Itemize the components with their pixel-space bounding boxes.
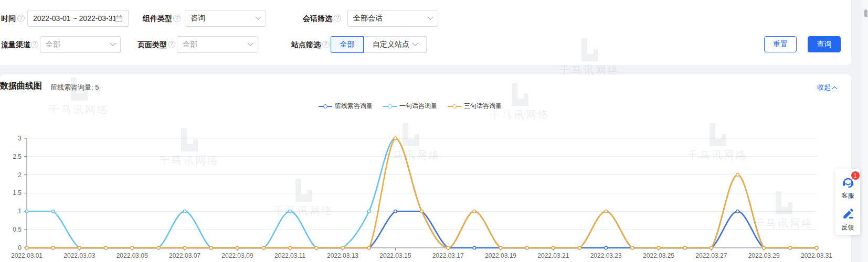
- data-point-marker[interactable]: [25, 246, 28, 249]
- time-help-icon[interactable]: [17, 15, 25, 22]
- data-point-marker[interactable]: [552, 246, 555, 249]
- data-point-marker[interactable]: [473, 246, 476, 249]
- legend-item[interactable]: 一句话咨询量: [383, 102, 437, 111]
- vertical-scrollbar[interactable]: [863, 0, 868, 262]
- data-point-marker[interactable]: [341, 246, 344, 249]
- collapse-link[interactable]: 收起: [817, 83, 838, 92]
- data-point-marker[interactable]: [736, 210, 739, 213]
- data-point-marker[interactable]: [51, 246, 55, 249]
- data-point-marker[interactable]: [789, 246, 792, 249]
- legend-marker-icon: [319, 104, 332, 108]
- data-point-marker[interactable]: [367, 210, 371, 213]
- session-filter-label: 会话筛选: [303, 14, 332, 23]
- data-point-marker[interactable]: [157, 246, 160, 249]
- collapse-label: 收起: [817, 83, 831, 91]
- data-point-marker[interactable]: [710, 246, 713, 249]
- x-axis-tick-label: 2022.03.29: [748, 252, 780, 259]
- legend-label: 留线索咨询量: [335, 102, 373, 111]
- y-axis-tick-label: 1.5: [13, 189, 22, 196]
- data-point-marker[interactable]: [367, 246, 371, 249]
- data-point-marker[interactable]: [131, 246, 134, 249]
- traffic-channel-select[interactable]: 全部: [40, 36, 121, 53]
- session-filter-help-icon[interactable]: [334, 15, 341, 22]
- data-point-marker[interactable]: [525, 246, 528, 249]
- legend-marker-icon: [383, 104, 397, 108]
- chevron-down-icon: [412, 40, 418, 46]
- data-point-marker[interactable]: [683, 246, 686, 249]
- data-point-marker[interactable]: [289, 246, 292, 249]
- legend-label: 三句话咨询量: [464, 102, 502, 111]
- date-range-value: 2022-03-01 ~ 2022-03-31: [33, 14, 115, 23]
- data-point-marker[interactable]: [315, 246, 318, 249]
- x-axis-tick-label: 2022.03.11: [274, 252, 305, 259]
- site-filter-help-icon[interactable]: [322, 41, 330, 48]
- site-filter-custom-button[interactable]: 自定义站点: [363, 36, 427, 53]
- scrollbar-thumb[interactable]: [864, 9, 867, 17]
- site-filter-custom-label: 自定义站点: [373, 40, 409, 49]
- date-range-input[interactable]: 2022-03-01 ~ 2022-03-31: [27, 10, 129, 27]
- y-axis-tick-label: 0: [18, 244, 22, 252]
- reset-button[interactable]: 重置: [764, 36, 797, 52]
- floating-side-widget: 1 客服 反馈: [835, 169, 860, 235]
- data-point-marker[interactable]: [394, 137, 397, 140]
- data-point-marker[interactable]: [420, 210, 424, 213]
- data-point-marker[interactable]: [104, 246, 108, 249]
- data-point-marker[interactable]: [499, 246, 502, 249]
- line-chart: 00.511.522.532022.03.012022.03.032022.03…: [0, 121, 851, 262]
- page-type-select[interactable]: 全部: [177, 36, 258, 53]
- data-point-marker[interactable]: [815, 246, 818, 249]
- component-type-select[interactable]: 咨询: [185, 10, 266, 27]
- query-button[interactable]: 查询: [808, 36, 841, 52]
- data-point-marker[interactable]: [605, 210, 608, 213]
- data-point-marker[interactable]: [78, 246, 81, 249]
- page-type-help-icon[interactable]: [168, 41, 175, 48]
- chart-panel: 数据曲线图 留线索咨询量: 5 收起 留线索咨询量一句话咨询量三句话咨询量 00…: [0, 74, 851, 262]
- x-axis-tick-label: 2022.03.23: [590, 252, 622, 259]
- data-point-marker[interactable]: [51, 210, 55, 213]
- lead-count-stat: 留线索咨询量: 5: [50, 83, 99, 92]
- legend-item[interactable]: 三句话咨询量: [448, 102, 502, 111]
- chevron-down-icon: [247, 40, 253, 46]
- x-axis-tick-label: 2022.03.13: [327, 252, 358, 259]
- data-point-marker[interactable]: [394, 210, 397, 213]
- chart-title: 数据曲线图: [0, 81, 42, 92]
- page-type-label: 页面类型: [137, 40, 167, 49]
- data-point-marker[interactable]: [236, 246, 239, 249]
- chevron-up-icon: [832, 86, 837, 92]
- data-point-marker[interactable]: [605, 246, 608, 249]
- y-axis-tick-label: 3: [18, 135, 22, 142]
- data-point-marker[interactable]: [473, 210, 476, 213]
- x-axis-tick-label: 2022.03.05: [117, 252, 148, 259]
- data-point-marker[interactable]: [183, 210, 186, 213]
- traffic-channel-help-icon[interactable]: [31, 41, 38, 48]
- legend-item[interactable]: 留线索咨询量: [319, 102, 373, 111]
- chevron-down-icon: [255, 14, 261, 20]
- data-point-marker[interactable]: [447, 246, 450, 249]
- time-filter-label: 时间: [1, 14, 16, 23]
- data-point-marker[interactable]: [763, 246, 766, 249]
- filter-panel: 时间 2022-03-01 ~ 2022-03-31 组件类型 咨询 会话筛选 …: [0, 0, 851, 65]
- component-type-help-icon[interactable]: [173, 15, 181, 22]
- x-axis-tick-label: 2022.03.19: [485, 252, 516, 259]
- data-point-marker[interactable]: [289, 210, 292, 213]
- data-point-marker[interactable]: [25, 210, 28, 213]
- x-axis-tick-label: 2022.03.15: [379, 252, 411, 259]
- data-point-marker[interactable]: [209, 246, 213, 249]
- x-axis-tick-label: 2022.03.21: [537, 252, 569, 259]
- data-point-marker[interactable]: [578, 246, 581, 249]
- feedback-button[interactable]: 反馈: [841, 207, 855, 232]
- data-point-marker[interactable]: [631, 246, 634, 249]
- data-point-marker[interactable]: [183, 246, 186, 249]
- data-point-marker[interactable]: [262, 246, 266, 249]
- data-point-marker[interactable]: [736, 173, 739, 177]
- y-axis-tick-label: 2.5: [13, 153, 22, 160]
- x-axis-tick-label: 2022.03.27: [695, 252, 727, 259]
- site-filter-all-button[interactable]: 全部: [331, 36, 364, 53]
- x-axis-tick-label: 2022.03.03: [63, 252, 95, 259]
- calendar-icon: [115, 15, 123, 23]
- y-axis-tick-label: 0.5: [13, 226, 22, 233]
- data-point-marker[interactable]: [657, 246, 660, 249]
- session-filter-select[interactable]: 全部会话: [347, 10, 438, 27]
- customer-service-button[interactable]: 1 客服: [841, 175, 855, 200]
- site-filter-label: 站点筛选: [291, 40, 321, 49]
